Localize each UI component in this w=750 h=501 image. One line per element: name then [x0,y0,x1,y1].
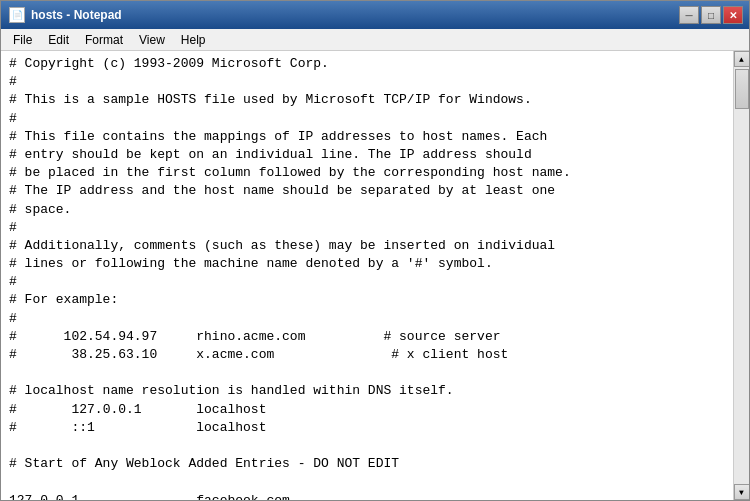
scrollbar-up-button[interactable]: ▲ [734,51,750,67]
scrollbar-thumb[interactable] [735,69,749,109]
minimize-button[interactable]: ─ [679,6,699,24]
close-button[interactable]: ✕ [723,6,743,24]
text-editor[interactable]: # Copyright (c) 1993-2009 Microsoft Corp… [1,51,733,500]
title-bar-left: 📄 hosts - Notepad [9,7,122,23]
line-1: # Copyright (c) 1993-2009 Microsoft Corp… [9,56,571,500]
scrollbar-down-button[interactable]: ▼ [734,484,750,500]
window-title: hosts - Notepad [31,8,122,22]
menu-format[interactable]: Format [77,29,131,50]
app-icon: 📄 [9,7,25,23]
maximize-button[interactable]: □ [701,6,721,24]
title-buttons: ─ □ ✕ [679,6,743,24]
menu-help[interactable]: Help [173,29,214,50]
menu-edit[interactable]: Edit [40,29,77,50]
menu-bar: File Edit Format View Help [1,29,749,51]
scrollbar-track[interactable] [734,67,749,484]
title-bar: 📄 hosts - Notepad ─ □ ✕ [1,1,749,29]
menu-file[interactable]: File [5,29,40,50]
notepad-window: 📄 hosts - Notepad ─ □ ✕ File Edit Format… [0,0,750,501]
menu-view[interactable]: View [131,29,173,50]
content-area: # Copyright (c) 1993-2009 Microsoft Corp… [1,51,749,500]
vertical-scrollbar[interactable]: ▲ ▼ [733,51,749,500]
